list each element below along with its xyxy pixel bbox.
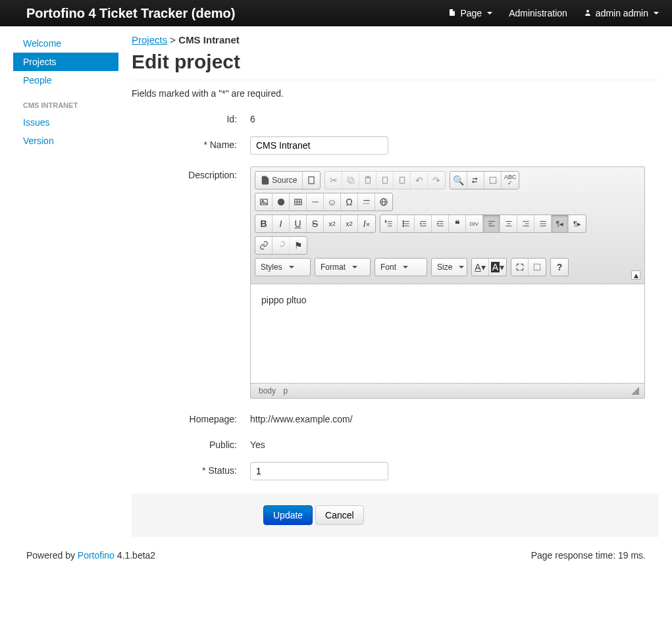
paste-text-icon[interactable] xyxy=(376,172,394,189)
sidebar-item-welcome[interactable]: Welcome xyxy=(13,34,118,53)
ltr-icon[interactable]: ¶◂ xyxy=(552,215,569,232)
selectall-icon[interactable] xyxy=(484,172,502,189)
page-title: Edit project xyxy=(132,51,659,80)
align-center-icon[interactable] xyxy=(500,215,517,232)
blockquote-icon[interactable]: ❝ xyxy=(449,215,466,232)
textcolor-icon[interactable]: A▾ xyxy=(472,259,489,276)
svg-rect-7 xyxy=(400,177,404,183)
iframe-icon[interactable] xyxy=(375,193,392,211)
replace-icon[interactable] xyxy=(467,172,484,189)
format-combo[interactable]: Format xyxy=(315,258,371,276)
resize-handle-icon[interactable] xyxy=(631,387,639,395)
copy-icon[interactable] xyxy=(342,172,359,189)
name-input[interactable] xyxy=(250,136,388,155)
subscript-icon[interactable]: x2 xyxy=(324,215,341,232)
outdent-icon[interactable] xyxy=(415,215,432,232)
link-icon[interactable] xyxy=(255,237,272,254)
font-combo[interactable]: Font xyxy=(375,258,427,276)
name-label: * Name: xyxy=(132,136,250,155)
italic-icon[interactable]: I xyxy=(272,215,290,232)
align-justify-icon[interactable] xyxy=(534,215,552,232)
removeformat-icon[interactable]: I× xyxy=(358,215,375,232)
svg-point-0 xyxy=(586,10,589,13)
status-input[interactable] xyxy=(250,462,388,480)
pagebreak-icon[interactable] xyxy=(358,193,375,211)
svg-rect-2 xyxy=(349,179,354,184)
numberlist-icon[interactable]: 1 xyxy=(380,215,398,232)
sidebar-item-issues[interactable]: Issues xyxy=(13,113,118,132)
bgcolor-icon[interactable]: A▾ xyxy=(489,259,506,276)
caret-down-icon xyxy=(654,12,659,14)
editor-elements-path: body p xyxy=(256,386,290,395)
specialchar-icon[interactable]: Ω xyxy=(341,193,358,211)
size-combo[interactable]: Size xyxy=(431,258,467,276)
paste-word-icon[interactable] xyxy=(394,172,411,189)
maximize-icon[interactable] xyxy=(511,259,529,276)
path-body[interactable]: body xyxy=(256,385,278,397)
toolbar-collapse-icon[interactable]: ▴ xyxy=(631,270,640,280)
app-brand: Portofino 4 Ticket Tracker (demo) xyxy=(26,6,236,21)
cancel-button[interactable]: Cancel xyxy=(315,505,364,525)
unlink-icon[interactable] xyxy=(272,237,290,254)
svg-text:1: 1 xyxy=(385,220,386,223)
user-menu[interactable]: admin admin xyxy=(584,8,659,18)
showblocks-icon[interactable] xyxy=(529,259,546,276)
flash-icon[interactable] xyxy=(272,193,290,211)
hr-icon[interactable] xyxy=(307,193,324,211)
underline-icon[interactable]: U xyxy=(290,215,307,232)
id-label: Id: xyxy=(132,111,250,124)
indent-icon[interactable] xyxy=(432,215,449,232)
file-icon xyxy=(448,8,456,19)
homepage-label: Homepage: xyxy=(132,411,250,424)
administration-link[interactable]: Administration xyxy=(509,8,567,18)
paste-icon[interactable] xyxy=(359,172,376,189)
svg-rect-3 xyxy=(348,177,352,182)
editor-content[interactable]: pippo pltuo xyxy=(251,284,644,383)
spellcheck-icon[interactable]: ABC✓ xyxy=(502,172,519,189)
undo-icon[interactable]: ↶ xyxy=(411,172,428,189)
path-p[interactable]: p xyxy=(280,385,290,397)
redo-icon[interactable]: ↷ xyxy=(428,172,445,189)
div-icon[interactable]: DIV xyxy=(466,215,483,232)
source-button[interactable]: Source xyxy=(255,172,303,189)
sidebar-item-version[interactable]: Version xyxy=(13,132,118,150)
styles-combo[interactable]: Styles xyxy=(255,258,311,276)
superscript-icon[interactable]: x2 xyxy=(341,215,358,232)
sidebar-item-projects[interactable]: Projects xyxy=(13,53,118,71)
svg-rect-50 xyxy=(534,264,540,270)
top-navbar: Portofino 4 Ticket Tracker (demo) Page A… xyxy=(0,0,672,26)
image-icon[interactable] xyxy=(255,193,272,211)
svg-point-29 xyxy=(403,221,404,222)
update-button[interactable]: Update xyxy=(263,505,313,525)
id-value: 6 xyxy=(250,111,659,124)
table-icon[interactable] xyxy=(290,193,307,211)
about-icon[interactable]: ? xyxy=(551,259,568,276)
bold-icon[interactable]: B xyxy=(255,215,272,232)
svg-rect-8 xyxy=(490,177,496,183)
editor-toolbar: Source ✂ ↶ ↷ xyxy=(251,167,644,284)
footer: Powered by Portofino 4.1.beta2 Page resp… xyxy=(0,537,672,574)
portofino-link[interactable]: Portofino xyxy=(78,550,115,561)
user-menu-label: admin admin xyxy=(596,8,648,18)
caret-down-icon xyxy=(487,12,492,14)
bulletlist-icon[interactable] xyxy=(398,215,415,232)
svg-point-30 xyxy=(403,223,404,224)
anchor-icon[interactable]: ⚑ xyxy=(290,237,307,254)
user-icon xyxy=(584,8,592,18)
newpage-icon[interactable] xyxy=(303,172,320,189)
status-label: * Status: xyxy=(132,462,250,480)
align-left-icon[interactable] xyxy=(483,215,500,232)
align-right-icon[interactable] xyxy=(517,215,534,232)
svg-point-11 xyxy=(277,199,284,206)
smiley-icon[interactable]: ☺ xyxy=(324,193,341,211)
caret-down-icon xyxy=(403,266,408,268)
form-actions: Update Cancel xyxy=(132,493,659,537)
breadcrumb-root[interactable]: Projects xyxy=(132,34,167,45)
cut-icon[interactable]: ✂ xyxy=(325,172,342,189)
find-icon[interactable]: 🔍 xyxy=(450,172,467,189)
strike-icon[interactable]: S xyxy=(307,215,324,232)
rtl-icon[interactable]: ¶▸ xyxy=(569,215,586,232)
caret-down-icon xyxy=(352,266,357,268)
sidebar-item-people[interactable]: People xyxy=(13,71,118,89)
page-menu[interactable]: Page xyxy=(448,8,492,19)
